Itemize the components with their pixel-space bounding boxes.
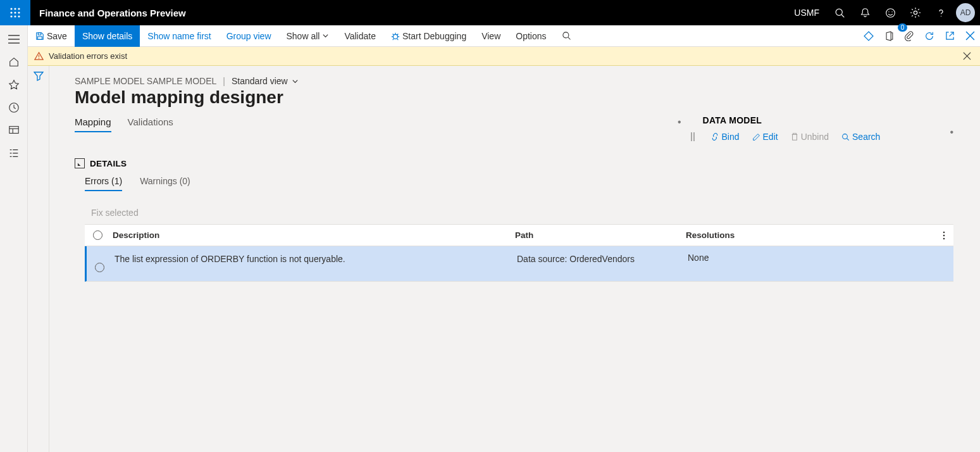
svg-point-42	[843, 134, 848, 139]
cell-description: The list expression of ORDERBY function …	[112, 254, 517, 264]
svg-point-0	[10, 8, 12, 9]
svg-point-9	[836, 9, 842, 15]
avatar[interactable]: AD	[956, 3, 975, 22]
view-label: View	[481, 31, 500, 41]
bug-icon	[391, 32, 400, 41]
svg-line-10	[841, 15, 844, 17]
refresh-icon[interactable]	[919, 25, 940, 47]
options-button[interactable]: Options	[508, 25, 554, 47]
show-all-button[interactable]: Show all	[279, 25, 337, 47]
search-icon	[841, 133, 850, 141]
group-view-button[interactable]: Group view	[219, 25, 279, 47]
show-name-first-button[interactable]: Show name first	[140, 25, 218, 47]
org-label[interactable]: USMF	[786, 8, 827, 18]
app-launcher-icon[interactable]	[0, 0, 30, 25]
svg-point-1	[14, 8, 16, 9]
breadcrumb-path: SAMPLE MODEL SAMPLE MODEL	[75, 76, 216, 86]
svg-point-13	[891, 11, 892, 12]
clock-icon[interactable]	[0, 96, 28, 119]
view-selector[interactable]: Standard view	[232, 76, 299, 86]
svg-point-46	[943, 237, 945, 239]
app-title: Finance and Operations Preview	[30, 8, 195, 18]
validate-label: Validate	[344, 31, 376, 41]
group-view-label: Group view	[226, 31, 271, 41]
tab-warnings[interactable]: Warnings (0)	[140, 176, 190, 191]
warning-icon	[34, 51, 44, 61]
svg-point-6	[10, 15, 12, 17]
save-button[interactable]: Save	[28, 25, 75, 47]
tab-validations[interactable]: Validations	[128, 116, 173, 132]
start-debugging-label: Start Debugging	[402, 31, 466, 41]
attachment-count: 0	[898, 23, 907, 32]
grid-menu-icon[interactable]	[934, 231, 953, 240]
office-icon[interactable]	[879, 25, 899, 47]
grid-header: Description Path Resolutions	[85, 225, 953, 246]
svg-point-11	[886, 8, 895, 17]
view-button[interactable]: View	[474, 25, 508, 47]
dm-search-button[interactable]: Search	[841, 132, 880, 142]
svg-point-12	[888, 11, 889, 12]
toolbar-search-icon[interactable]	[554, 25, 579, 47]
tab-mapping[interactable]: Mapping	[75, 116, 111, 132]
svg-point-31	[393, 34, 397, 39]
link-icon	[710, 132, 719, 141]
details-collapse-icon[interactable]	[75, 158, 85, 168]
svg-point-2	[18, 8, 20, 9]
validate-button[interactable]: Validate	[337, 25, 383, 47]
bind-button[interactable]: Bind	[710, 132, 740, 142]
col-path[interactable]: Path	[515, 230, 686, 240]
show-details-button[interactable]: Show details	[75, 25, 140, 47]
svg-point-44	[943, 231, 945, 233]
fix-selected-button: Fix selected	[91, 208, 966, 218]
home-icon[interactable]	[0, 51, 28, 73]
view-label: Standard view	[232, 76, 288, 86]
options-label: Options	[516, 31, 546, 41]
banner-close-icon[interactable]	[960, 49, 974, 63]
pencil-icon	[752, 133, 760, 141]
bell-icon[interactable]	[852, 0, 878, 25]
gear-icon[interactable]	[903, 0, 928, 25]
details-label: DETAILS	[90, 159, 127, 168]
data-model-title: DATA MODEL	[703, 115, 881, 125]
svg-rect-20	[9, 127, 18, 134]
validation-banner: Validation errors exist	[28, 47, 980, 66]
svg-point-45	[943, 234, 945, 236]
modules-icon[interactable]	[0, 142, 28, 165]
grip-icon[interactable]	[690, 132, 695, 141]
attachments-button[interactable]: 0	[899, 25, 919, 47]
svg-rect-29	[38, 32, 40, 35]
svg-point-8	[18, 15, 20, 17]
grid-row[interactable]: The list expression of ORDERBY function …	[85, 246, 953, 282]
filter-icon[interactable]	[34, 71, 44, 81]
row-radio[interactable]	[95, 263, 104, 272]
col-description[interactable]: Description	[110, 230, 515, 240]
hamburger-icon[interactable]	[0, 28, 28, 51]
show-details-label: Show details	[82, 31, 132, 41]
show-name-first-label: Show name first	[147, 31, 211, 41]
star-icon[interactable]	[0, 73, 28, 96]
svg-point-14	[914, 11, 917, 14]
tab-errors[interactable]: Errors (1)	[85, 176, 122, 191]
errors-grid: Description Path Resolutions The list ex…	[85, 224, 953, 282]
edit-button[interactable]: Edit	[752, 132, 778, 142]
select-all-radio[interactable]	[93, 230, 102, 240]
smile-icon[interactable]	[878, 0, 903, 25]
banner-text: Validation errors exist	[49, 51, 127, 61]
svg-point-32	[562, 32, 568, 38]
drag-handle-icon[interactable]: •	[950, 127, 953, 138]
start-debugging-button[interactable]: Start Debugging	[383, 25, 474, 47]
trash-icon	[791, 132, 798, 141]
svg-point-37	[39, 58, 39, 59]
diamond-icon[interactable]	[859, 25, 879, 47]
workspace-icon[interactable]	[0, 119, 28, 142]
svg-point-5	[18, 11, 20, 13]
save-label: Save	[47, 31, 67, 41]
svg-point-7	[14, 15, 16, 17]
close-icon[interactable]	[960, 25, 980, 47]
svg-point-3	[10, 11, 12, 13]
help-icon[interactable]	[928, 0, 953, 25]
search-icon[interactable]	[827, 0, 852, 25]
col-resolutions[interactable]: Resolutions	[686, 230, 934, 240]
svg-point-15	[940, 15, 941, 16]
popout-icon[interactable]	[940, 25, 960, 47]
